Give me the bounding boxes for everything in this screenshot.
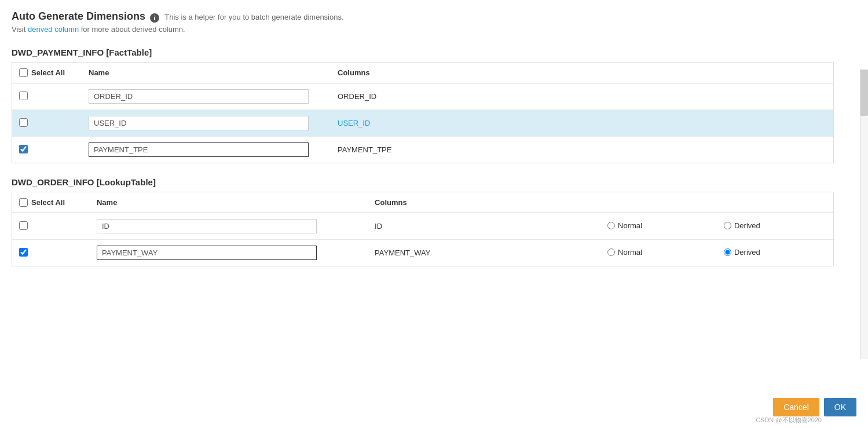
lookup-table-header-row: Select All Name Columns <box>12 192 833 213</box>
normal-radio-text-0: Normal <box>618 221 642 230</box>
lookup-table-body: IDNormalDerivedPAYMENT_WAYNormalDerived <box>12 213 833 266</box>
normal-radio-1[interactable] <box>607 248 615 256</box>
info-icon[interactable]: i <box>150 13 159 23</box>
fact-table-section: DWD_PAYMENT_INFO [FactTable] Select All … <box>12 47 856 163</box>
fact-row-name-input-0[interactable] <box>89 89 309 104</box>
ok-button[interactable]: OK <box>824 398 856 416</box>
cancel-button[interactable]: Cancel <box>773 398 819 416</box>
lookup-select-all-label: Select All <box>31 198 65 207</box>
fact-row-column-text: PAYMENT_TPE <box>331 137 539 163</box>
fact-row-checkbox-1[interactable] <box>19 118 28 127</box>
lookup-row-radio-derived-cell: Derived <box>717 213 833 240</box>
lookup-row-checkbox-0[interactable] <box>19 221 28 230</box>
scrollbar-thumb <box>860 69 868 116</box>
visit-line: Visit derived column for more about deri… <box>12 25 856 34</box>
lookup-th-columns: Columns <box>368 192 600 213</box>
lookup-row-name-input-1[interactable] <box>97 246 317 260</box>
fact-row-name-input-1[interactable] <box>89 116 309 130</box>
fact-select-all-label: Select All <box>31 68 65 77</box>
watermark: CSDN @不以物喜2020 <box>756 416 822 425</box>
normal-radio-label-0[interactable]: Normal <box>607 221 642 230</box>
normal-radio-text-1: Normal <box>618 248 642 257</box>
fact-row-name-input-2[interactable] <box>89 142 309 157</box>
fact-row-check-cell <box>12 83 82 110</box>
derived-radio-label-1[interactable]: Derived <box>724 248 760 257</box>
lookup-table-wrap: Select All Name Columns IDNormalDerivedP… <box>12 192 834 266</box>
footer-buttons: Cancel OK <box>773 398 856 416</box>
lookup-row-checkbox-1[interactable] <box>19 248 28 257</box>
fact-row-checkbox-2[interactable] <box>19 145 28 153</box>
lookup-row-check-cell <box>12 213 90 240</box>
fact-th-columns: Columns <box>331 63 539 83</box>
fact-table-body: ORDER_IDUSER_IDPAYMENT_TPE <box>12 83 833 163</box>
fact-row-extra <box>539 110 833 137</box>
visit-suffix: for more about derived column. <box>81 25 185 34</box>
fact-th-name: Name <box>82 63 331 83</box>
lookup-th-select-all: Select All <box>12 192 90 213</box>
lookup-row-column-text: PAYMENT_WAY <box>368 240 600 266</box>
normal-radio-label-1[interactable]: Normal <box>607 248 642 257</box>
lookup-table-title: DWD_ORDER_INFO [LookupTable] <box>12 177 856 187</box>
fact-row-extra <box>539 137 833 163</box>
lookup-th-name: Name <box>90 192 368 213</box>
lookup-row-name-cell <box>90 213 368 240</box>
header-section: Auto Generate Dimensions i This is a hel… <box>12 10 856 34</box>
fact-row-column-text: ORDER_ID <box>331 83 539 110</box>
fact-row-name-cell <box>82 110 331 137</box>
fact-table-row: USER_ID <box>12 110 833 137</box>
visit-prefix: Visit <box>12 25 25 34</box>
lookup-th-r2 <box>717 192 833 213</box>
lookup-table-section: DWD_ORDER_INFO [LookupTable] Select All … <box>12 177 856 266</box>
derived-radio-text-1: Derived <box>734 248 760 257</box>
fact-row-check-cell <box>12 110 82 137</box>
page-container: Auto Generate Dimensions i This is a hel… <box>0 0 868 428</box>
lookup-row-radio-derived-cell: Derived <box>717 240 833 266</box>
lookup-table-row: PAYMENT_WAYNormalDerived <box>12 240 833 266</box>
fact-row-name-cell <box>82 83 331 110</box>
fact-table-title: DWD_PAYMENT_INFO [FactTable] <box>12 47 856 57</box>
fact-row-name-cell <box>82 137 331 163</box>
scrollbar[interactable] <box>860 69 868 359</box>
fact-row-extra <box>539 83 833 110</box>
lookup-row-radio-normal-cell: Normal <box>600 213 717 240</box>
derived-radio-label-0[interactable]: Derived <box>724 221 760 230</box>
helper-text: This is a helper for you to batch genera… <box>164 13 343 21</box>
lookup-row-name-input-0[interactable] <box>97 219 317 233</box>
fact-th-extra <box>539 63 833 83</box>
lookup-table-row: IDNormalDerived <box>12 213 833 240</box>
fact-table-wrap: Select All Name Columns ORDER_IDUSER_IDP… <box>12 62 834 163</box>
lookup-row-check-cell <box>12 240 90 266</box>
derived-radio-1[interactable] <box>724 248 731 256</box>
lookup-th-r1 <box>600 192 717 213</box>
fact-table-header-row: Select All Name Columns <box>12 63 833 83</box>
normal-radio-0[interactable] <box>607 222 615 229</box>
lookup-select-all-checkbox[interactable] <box>19 198 28 207</box>
fact-row-check-cell <box>12 137 82 163</box>
fact-row-column-text: USER_ID <box>331 110 539 137</box>
lookup-row-radio-normal-cell: Normal <box>600 240 717 266</box>
page-title: Auto Generate Dimensions <box>12 10 145 23</box>
derived-radio-0[interactable] <box>724 222 731 229</box>
lookup-row-name-cell <box>90 240 368 266</box>
fact-table-row: ORDER_ID <box>12 83 833 110</box>
fact-table: Select All Name Columns ORDER_IDUSER_IDP… <box>12 63 833 163</box>
fact-select-all-checkbox[interactable] <box>19 68 28 77</box>
fact-table-row: PAYMENT_TPE <box>12 137 833 163</box>
fact-row-checkbox-0[interactable] <box>19 92 28 100</box>
lookup-row-column-text: ID <box>368 213 600 240</box>
derived-radio-text-0: Derived <box>734 221 760 230</box>
derived-column-link[interactable]: derived column <box>28 25 79 34</box>
lookup-table: Select All Name Columns IDNormalDerivedP… <box>12 192 833 266</box>
fact-th-select-all: Select All <box>12 63 82 83</box>
